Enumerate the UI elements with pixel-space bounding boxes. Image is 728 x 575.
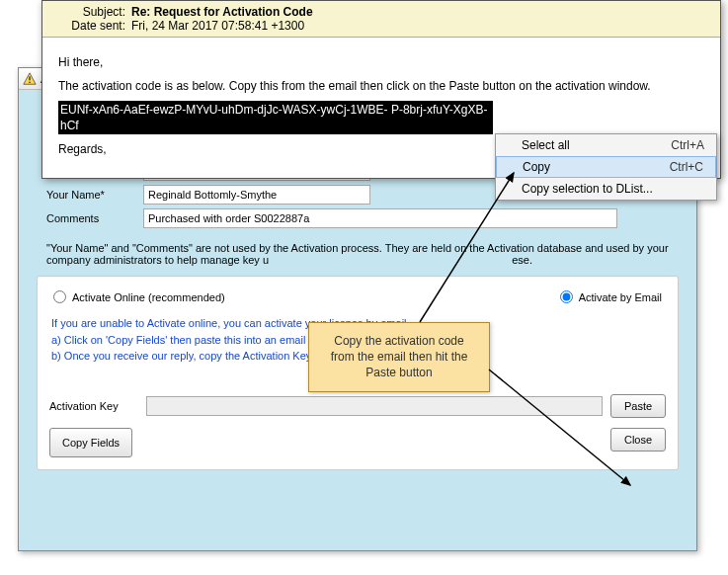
copy-fields-button[interactable]: Copy Fields — [49, 428, 132, 457]
ctx-select-all[interactable]: Select all Ctrl+A — [496, 134, 716, 156]
radio-activate-email[interactable]: Activate by Email — [560, 290, 662, 303]
warning-icon — [23, 72, 37, 86]
email-greeting: Hi there, — [58, 53, 704, 71]
yourname-label: Your Name* — [25, 189, 143, 201]
comments-label: Comments — [25, 212, 143, 224]
radio-activate-online-label: Activate Online (recommended) — [72, 291, 225, 303]
comments-field[interactable] — [143, 208, 617, 228]
radio-activate-online-input[interactable] — [53, 290, 66, 303]
activation-code-selected[interactable]: EUNf-xAn6-AaEf-ewzP-MYvU-uhDm-djJc-WASX-… — [58, 101, 493, 134]
note-text: "Your Name" and "Comments" are not used … — [46, 242, 669, 266]
ctx-copy-shortcut: Ctrl+C — [670, 160, 703, 174]
close-button[interactable]: Close — [610, 428, 666, 452]
ctx-copy[interactable]: Copy Ctrl+C — [496, 156, 716, 178]
activationkey-label: Activation Key — [49, 400, 138, 412]
svg-rect-2 — [29, 81, 30, 82]
context-menu: Select all Ctrl+A Copy Ctrl+C Copy selec… — [495, 133, 717, 201]
email-date-value: Fri, 24 Mar 2017 07:58:41 +1300 — [131, 19, 304, 33]
ctx-select-all-label: Select all — [522, 138, 570, 152]
svg-rect-1 — [29, 76, 30, 80]
email-header: Subject: Re: Request for Activation Code… — [42, 1, 720, 38]
ctx-select-all-shortcut: Ctrl+A — [671, 138, 704, 152]
radio-activate-email-input[interactable] — [560, 290, 573, 303]
yourname-field[interactable] — [143, 185, 370, 205]
radio-activate-email-label: Activate by Email — [579, 291, 662, 303]
paste-button[interactable]: Paste — [610, 394, 666, 418]
ctx-copy-dlist-label: Copy selection to DList... — [522, 182, 653, 196]
note-tail: ese. — [512, 254, 532, 266]
activationkey-field[interactable] — [146, 396, 603, 416]
callout-tip: Copy the activation code from the email … — [308, 322, 490, 392]
radio-activate-online[interactable]: Activate Online (recommended) — [53, 290, 225, 303]
email-body-text: The activation code is as below. Copy th… — [58, 77, 704, 95]
email-subject-value: Re: Request for Activation Code — [131, 5, 313, 19]
email-date-label: Date sent: — [50, 19, 131, 33]
email-subject-label: Subject: — [50, 5, 131, 19]
callout-text: Copy the activation code from the email … — [331, 334, 468, 379]
ctx-copy-label: Copy — [523, 160, 550, 174]
ctx-copy-dlist[interactable]: Copy selection to DList... — [496, 178, 716, 200]
